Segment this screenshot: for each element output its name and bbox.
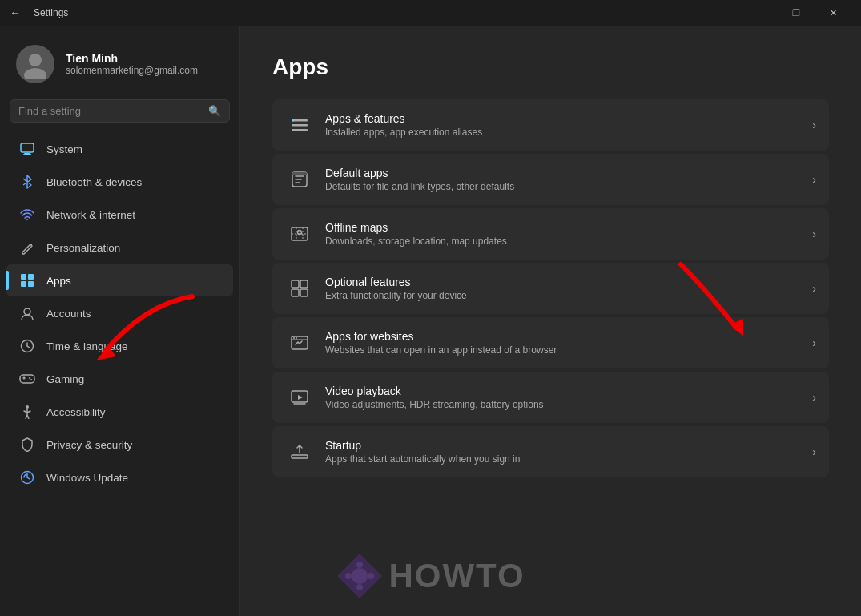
- offline-maps-text: Offline maps Downloads, storage location…: [325, 221, 801, 247]
- video-playback-subtitle: Video adjustments, HDR streaming, batter…: [325, 399, 801, 410]
- settings-item-apps-for-websites[interactable]: Apps for websites Websites that can open…: [272, 317, 829, 368]
- video-playback-text: Video playback Video adjustments, HDR st…: [325, 384, 801, 410]
- sidebar-item-bluetooth[interactable]: Bluetooth & devices: [6, 166, 233, 198]
- close-button[interactable]: ✕: [815, 0, 851, 26]
- startup-subtitle: Apps that start automatically when you s…: [325, 453, 801, 465]
- settings-item-video-playback[interactable]: Video playback Video adjustments, HDR st…: [272, 372, 829, 423]
- profile-info: Tien Minh solomenmarketing@gmail.com: [66, 52, 198, 76]
- sidebar-item-privacy[interactable]: Privacy & security: [6, 429, 233, 461]
- svg-point-30: [293, 337, 295, 339]
- optional-features-text: Optional features Extra functionality fo…: [325, 276, 801, 301]
- optional-features-title: Optional features: [325, 276, 801, 288]
- svg-point-1: [24, 68, 46, 79]
- network-icon: [19, 207, 35, 223]
- optional-features-icon: [285, 274, 314, 303]
- search-input[interactable]: [18, 105, 202, 117]
- sidebar-item-accounts[interactable]: Accounts: [6, 297, 233, 329]
- sidebar-item-gaming[interactable]: Gaming: [6, 363, 233, 395]
- app-container: Tien Minh solomenmarketing@gmail.com 🔍 S…: [0, 26, 861, 616]
- sidebar-item-time[interactable]: Time & language: [6, 330, 233, 362]
- svg-rect-18: [292, 124, 308, 127]
- svg-rect-26: [300, 280, 308, 288]
- offline-maps-icon: [285, 219, 314, 248]
- default-apps-text: Default apps Defaults for file and link …: [325, 167, 801, 192]
- sidebar-item-windows-update[interactable]: Windows Update: [6, 461, 233, 493]
- default-apps-subtitle: Defaults for file and link types, other …: [325, 181, 801, 192]
- offline-maps-title: Offline maps: [325, 221, 801, 234]
- svg-rect-6: [21, 274, 26, 280]
- startup-title: Startup: [325, 439, 801, 452]
- svg-rect-25: [292, 280, 299, 288]
- privacy-icon: [19, 437, 35, 453]
- startup-text: Startup Apps that start automatically wh…: [325, 439, 801, 465]
- gaming-icon: [19, 371, 35, 387]
- default-apps-title: Default apps: [325, 167, 801, 179]
- svg-rect-7: [28, 274, 34, 280]
- titlebar: ← Settings — ❐ ✕: [0, 0, 861, 26]
- svg-rect-33: [292, 455, 308, 458]
- svg-rect-28: [300, 289, 308, 296]
- apps-for-websites-title: Apps for websites: [325, 330, 801, 343]
- profile-section[interactable]: Tien Minh solomenmarketing@gmail.com: [0, 32, 239, 99]
- back-icon[interactable]: ←: [10, 6, 21, 19]
- sidebar-label-gaming: Gaming: [46, 373, 84, 385]
- sidebar-nav: System Bluetooth & devices Network & int…: [0, 132, 239, 494]
- minimize-button[interactable]: —: [741, 0, 778, 26]
- settings-list: Apps & features Installed apps, app exec…: [272, 99, 829, 477]
- settings-item-startup[interactable]: Startup Apps that start automatically wh…: [272, 426, 829, 477]
- sidebar-item-apps[interactable]: Apps: [6, 264, 233, 296]
- offline-maps-subtitle: Downloads, storage location, map updates: [325, 236, 801, 247]
- sidebar-item-accessibility[interactable]: Accessibility: [6, 396, 233, 428]
- svg-rect-12: [20, 375, 34, 383]
- apps-features-icon: [285, 111, 314, 139]
- svg-point-10: [24, 308, 30, 315]
- sidebar-label-system: System: [46, 143, 82, 155]
- sidebar-label-apps: Apps: [46, 275, 71, 287]
- titlebar-title: Settings: [34, 7, 68, 18]
- video-playback-title: Video playback: [325, 384, 801, 397]
- svg-point-15: [26, 405, 29, 409]
- personalization-icon: [19, 240, 35, 256]
- sidebar-label-personalization: Personalization: [46, 242, 120, 254]
- page-title: Apps: [272, 54, 829, 80]
- apps-for-websites-icon: [285, 328, 314, 357]
- startup-icon: [285, 437, 314, 466]
- apps-features-subtitle: Installed apps, app execution aliases: [325, 127, 801, 138]
- apps-for-websites-text: Apps for websites Websites that can open…: [325, 330, 801, 356]
- apps-for-websites-chevron: ›: [812, 336, 816, 349]
- apps-icon: [19, 272, 35, 288]
- settings-item-offline-maps[interactable]: Offline maps Downloads, storage location…: [272, 208, 829, 260]
- svg-rect-2: [21, 143, 34, 152]
- titlebar-controls: — ❐ ✕: [741, 0, 851, 26]
- bluetooth-icon: [19, 174, 35, 190]
- settings-item-apps-features[interactable]: Apps & features Installed apps, app exec…: [272, 99, 829, 151]
- sidebar-item-personalization[interactable]: Personalization: [6, 232, 233, 264]
- maximize-button[interactable]: ❐: [778, 0, 815, 26]
- search-container: 🔍: [0, 99, 239, 132]
- system-icon: [19, 141, 35, 157]
- svg-rect-20: [292, 119, 294, 122]
- windows-update-icon: [19, 469, 35, 485]
- offline-maps-chevron: ›: [812, 227, 816, 240]
- sidebar-label-accounts: Accounts: [46, 308, 91, 320]
- optional-features-subtitle: Extra functionality for your device: [325, 290, 801, 301]
- sidebar-label-accessibility: Accessibility: [46, 406, 106, 418]
- default-apps-icon: [285, 165, 314, 194]
- time-icon: [19, 338, 35, 354]
- optional-features-chevron: ›: [812, 282, 816, 295]
- video-playback-chevron: ›: [812, 391, 816, 404]
- svg-rect-9: [28, 281, 34, 287]
- svg-rect-27: [292, 289, 299, 296]
- startup-chevron: ›: [812, 445, 816, 458]
- profile-email: solomenmarketing@gmail.com: [66, 65, 198, 76]
- svg-point-24: [298, 231, 302, 235]
- sidebar-item-system[interactable]: System: [6, 133, 233, 165]
- settings-item-default-apps[interactable]: Default apps Defaults for file and link …: [272, 154, 829, 205]
- sidebar-label-bluetooth: Bluetooth & devices: [46, 176, 142, 188]
- apps-features-chevron: ›: [812, 119, 816, 131]
- sidebar-item-network[interactable]: Network & internet: [6, 199, 233, 231]
- settings-item-optional-features[interactable]: Optional features Extra functionality fo…: [272, 263, 829, 314]
- svg-rect-22: [292, 172, 307, 175]
- apps-features-text: Apps & features Installed apps, app exec…: [325, 112, 801, 138]
- apps-features-title: Apps & features: [325, 112, 801, 125]
